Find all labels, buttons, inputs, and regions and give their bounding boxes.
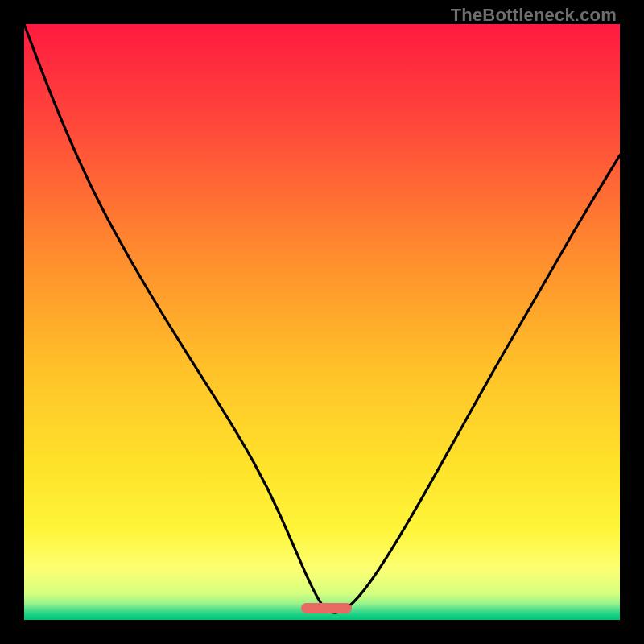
watermark-text: TheBottleneck.com	[451, 5, 617, 26]
optimum-marker	[301, 603, 352, 613]
plot-area	[24, 24, 620, 620]
chart-frame: TheBottleneck.com	[0, 0, 644, 644]
curve-path	[24, 24, 620, 613]
bottleneck-curve	[24, 24, 620, 620]
